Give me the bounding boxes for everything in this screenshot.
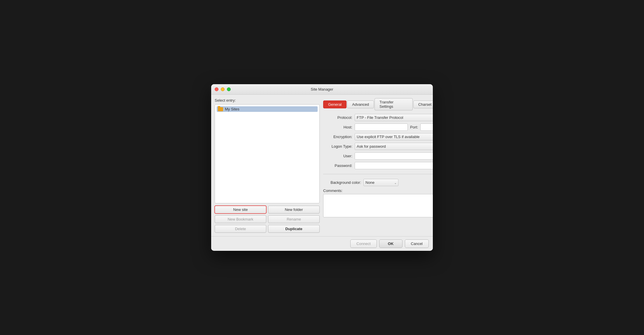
password-label: Password:	[323, 163, 352, 168]
tab-general[interactable]: General	[323, 100, 346, 108]
encryption-label: Encryption:	[323, 135, 352, 139]
comments-section: Comments:	[323, 188, 433, 218]
general-form: Protocol: FTP - File Transfer Protocol H…	[323, 114, 433, 218]
folder-icon	[218, 107, 223, 111]
logon-type-label: Logon Type:	[323, 144, 352, 149]
protocol-label: Protocol:	[323, 115, 352, 120]
user-label: User:	[323, 154, 352, 158]
comments-textarea[interactable]	[323, 194, 433, 217]
comments-label: Comments:	[323, 188, 433, 193]
protocol-select-wrapper: FTP - File Transfer Protocol	[355, 114, 433, 121]
delete-button[interactable]: Delete	[215, 225, 266, 233]
port-input[interactable]	[420, 124, 433, 131]
duplicate-button[interactable]: Duplicate	[268, 225, 320, 233]
titlebar: Site Manager	[211, 84, 433, 95]
password-row: Password:	[323, 162, 433, 169]
new-site-button[interactable]: New site	[215, 206, 266, 214]
encryption-select-wrapper: Use explicit FTP over TLS if available	[355, 133, 433, 140]
maximize-button[interactable]	[227, 87, 231, 91]
traffic-lights	[215, 87, 231, 91]
site-manager-window: Site Manager Select entry: My Sites New …	[211, 84, 433, 251]
new-bookmark-button[interactable]: New Bookmark	[215, 215, 266, 223]
rename-button[interactable]: Rename	[268, 215, 320, 223]
host-input[interactable]	[355, 124, 408, 131]
cancel-button[interactable]: Cancel	[405, 239, 429, 248]
site-tree[interactable]: My Sites	[215, 104, 320, 203]
bg-color-select[interactable]: None	[363, 179, 398, 186]
select-entry-label: Select entry:	[215, 98, 320, 103]
tab-transfer-settings[interactable]: Transfer Settings	[374, 98, 413, 110]
minimize-button[interactable]	[221, 87, 225, 91]
logon-type-row: Logon Type: Ask for password	[323, 143, 433, 150]
user-input[interactable]	[355, 152, 433, 160]
tab-charset[interactable]: Charset	[413, 100, 433, 108]
action-buttons: New site New folder New Bookmark Rename …	[215, 206, 320, 233]
my-sites-label: My Sites	[225, 107, 239, 111]
my-sites-item[interactable]: My Sites	[217, 106, 318, 112]
connect-button[interactable]: Connect	[350, 239, 377, 248]
window-title: Site Manager	[311, 87, 333, 91]
logon-type-select-wrapper: Ask for password	[355, 143, 433, 150]
tab-bar: General Advanced Transfer Settings Chars…	[323, 98, 433, 110]
protocol-select[interactable]: FTP - File Transfer Protocol	[355, 114, 433, 121]
new-folder-button[interactable]: New folder	[268, 206, 320, 214]
bg-color-select-wrapper: None	[363, 179, 398, 186]
encryption-row: Encryption: Use explicit FTP over TLS if…	[323, 133, 433, 140]
protocol-row: Protocol: FTP - File Transfer Protocol	[323, 114, 433, 121]
background-color-row: Background color: None	[323, 179, 433, 186]
tab-advanced[interactable]: Advanced	[347, 100, 374, 108]
logon-type-select[interactable]: Ask for password	[355, 143, 433, 150]
right-panel: General Advanced Transfer Settings Chars…	[323, 98, 433, 233]
close-button[interactable]	[215, 87, 218, 91]
left-panel: Select entry: My Sites New site New fold…	[215, 98, 320, 233]
encryption-select[interactable]: Use explicit FTP over TLS if available	[355, 133, 433, 140]
main-content: Select entry: My Sites New site New fold…	[211, 95, 433, 236]
background-color-label: Background color:	[323, 180, 361, 185]
password-input[interactable]	[355, 162, 433, 169]
host-label: Host:	[323, 125, 352, 129]
ok-button[interactable]: OK	[379, 239, 402, 248]
user-row: User:	[323, 152, 433, 160]
port-label: Port:	[410, 125, 418, 129]
footer: Connect OK Cancel	[211, 236, 433, 251]
divider	[323, 174, 433, 174]
host-row: Host: Port:	[323, 124, 433, 131]
